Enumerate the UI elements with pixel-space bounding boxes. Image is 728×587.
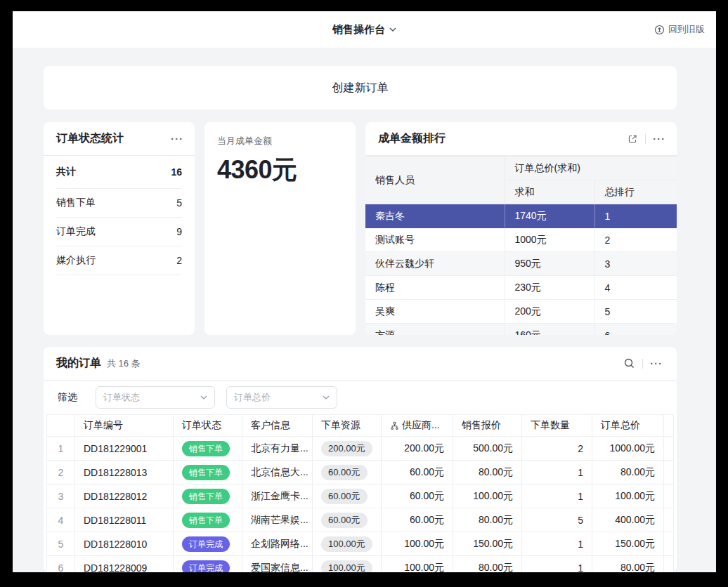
- resource-pill: 100.00元: [321, 560, 372, 573]
- rank-value: 1: [594, 204, 677, 228]
- export-icon[interactable]: [627, 133, 638, 145]
- status-badge: 销售下单: [182, 465, 230, 480]
- order-status-filter-placeholder: 订单状态: [103, 391, 140, 404]
- supplier-price: 100.00元: [382, 532, 453, 556]
- row-number: 2: [47, 461, 75, 484]
- order-id: DD181228010: [75, 532, 174, 556]
- ranking-row[interactable]: 吴爽 200元 5: [365, 300, 677, 324]
- ranking-row[interactable]: 伙伴云魏少轩 950元 3: [365, 252, 677, 276]
- rank-value: 3: [594, 252, 677, 276]
- order-total: 80.00元: [592, 556, 664, 573]
- ranking-row-highlighted[interactable]: 秦吉冬 1740元 1: [365, 204, 677, 228]
- order-row[interactable]: 6 DD181228009 订单完成 爱国家信息... 100.00元 100.…: [47, 556, 674, 573]
- order-total-filter-dropdown[interactable]: 订单总价: [226, 386, 337, 409]
- ranking-table: 销售人员 订单总价(求和) 求和 总排行 秦吉冬 1740元 1: [365, 156, 677, 335]
- salesperson-name: 测试账号: [365, 228, 505, 252]
- status-badge: 销售下单: [182, 489, 230, 504]
- col-filler: [664, 415, 674, 437]
- create-order-button[interactable]: 创建新订单: [44, 66, 677, 110]
- dashboard-cards-row: 订单状态统计 ··· 共计 16 销售下单 5 订单完成 9: [44, 122, 677, 335]
- sum-value: 1000元: [505, 228, 594, 252]
- order-row[interactable]: 3 DD181228012 销售下单 浙江金鹰卡... 60.00元 60.00…: [47, 484, 674, 508]
- sum-value: 1740元: [505, 204, 594, 228]
- resource-pill: 60.00元: [321, 489, 368, 504]
- ranking-row[interactable]: 方源 160元 6: [365, 324, 677, 336]
- col-customer[interactable]: 客户信息: [242, 415, 313, 437]
- sales-quote: 80.00元: [453, 461, 522, 484]
- order-quantity: 2: [522, 437, 592, 461]
- orders-header-row: 订单编号 订单状态 客户信息 下单资源: [47, 415, 674, 437]
- col-order-status[interactable]: 订单状态: [174, 415, 242, 437]
- order-id: DD181229001: [75, 437, 174, 461]
- order-row[interactable]: 5 DD181228010 订单完成 企划路网络... 100.00元 100.…: [47, 532, 674, 556]
- col-quote[interactable]: 销售报价: [453, 415, 522, 437]
- my-orders-header: 我的订单 共 16 条 ···: [44, 347, 677, 381]
- customer-info: 北京有力量...: [242, 437, 313, 461]
- monthly-amount-card: 当月成单金额 4360元: [204, 122, 356, 335]
- order-total: 100.00元: [592, 484, 664, 508]
- order-status-filter-dropdown[interactable]: 订单状态: [96, 386, 215, 409]
- resource-pill: 100.00元: [321, 536, 372, 552]
- more-icon[interactable]: ···: [171, 133, 183, 144]
- sales-quote: 500.00元: [453, 437, 522, 461]
- order-status-card-header: 订单状态统计 ···: [44, 122, 195, 156]
- supplier-price: 60.00元: [382, 461, 453, 484]
- order-row[interactable]: 1 DD181229001 销售下单 北京有力量... 200.00元 200.…: [47, 437, 674, 461]
- order-row[interactable]: 4 DD181228011 销售下单 湖南芒果娱... 60.00元 60.00…: [47, 508, 674, 532]
- order-quantity: 5: [522, 508, 592, 532]
- col-supplier[interactable]: 供应商...: [382, 415, 453, 437]
- customer-info: 爱国家信息...: [242, 556, 313, 573]
- order-total: 80.00元: [592, 461, 664, 484]
- row-number: 6: [47, 556, 75, 573]
- sum-value: 950元: [505, 252, 594, 276]
- supplier-price: 100.00元: [382, 556, 453, 573]
- salesperson-name: 伙伴云魏少轩: [365, 252, 505, 276]
- orders-table: 订单编号 订单状态 客户信息 下单资源: [46, 414, 674, 572]
- more-icon[interactable]: ···: [653, 133, 665, 144]
- back-to-old-version-button[interactable]: 回到旧版: [654, 11, 705, 48]
- monthly-amount-label: 当月成单金额: [217, 135, 343, 147]
- rank-value: 6: [594, 324, 677, 336]
- ranking-row[interactable]: 陈程 230元 4: [365, 276, 677, 300]
- order-status-card-title: 订单状态统计: [56, 131, 124, 146]
- restore-version-icon: [654, 25, 665, 35]
- sum-value: 230元: [505, 276, 594, 300]
- col-order-id[interactable]: 订单编号: [75, 415, 174, 437]
- customer-info: 北京信息大...: [242, 461, 313, 484]
- workspace-switcher[interactable]: 销售操作台: [332, 23, 396, 37]
- ranking-col-sum: 求和: [505, 180, 594, 204]
- col-total[interactable]: 订单总价: [592, 415, 664, 437]
- row-number-header: [47, 415, 75, 437]
- salesperson-name: 陈程: [365, 276, 505, 300]
- filter-label: 筛选: [58, 391, 77, 404]
- search-icon[interactable]: [623, 357, 635, 369]
- order-id: DD181228011: [75, 508, 174, 532]
- resource-pill: 60.00元: [321, 513, 368, 528]
- ranking-card: 成单金额排行 ···: [365, 122, 677, 335]
- status-value: 5: [176, 197, 182, 209]
- col-resource[interactable]: 下单资源: [313, 415, 382, 437]
- status-row: 销售下单 5: [56, 189, 182, 218]
- customer-info: 浙江金鹰卡...: [242, 484, 313, 508]
- ranking-col-total: 订单总价(求和): [505, 157, 677, 180]
- ranking-col-person: 销售人员: [365, 157, 505, 204]
- more-icon[interactable]: ···: [650, 358, 663, 369]
- order-status-card: 订单状态统计 ··· 共计 16 销售下单 5 订单完成 9: [44, 122, 195, 335]
- ranking-row[interactable]: 测试账号 1000元 2: [365, 228, 677, 252]
- divider: [642, 359, 643, 369]
- my-orders-card: 我的订单 共 16 条 ··· 筛选 订单状态: [44, 347, 677, 572]
- salesperson-name: 吴爽: [365, 300, 505, 324]
- order-id: DD181228013: [75, 461, 174, 484]
- order-row[interactable]: 2 DD181228013 销售下单 北京信息大... 60.00元 60.00…: [47, 461, 674, 484]
- col-quantity[interactable]: 下单数量: [522, 415, 592, 437]
- status-row: 媒介执行 2: [56, 246, 182, 275]
- row-number: 5: [47, 532, 75, 556]
- link-hierarchy-icon: [390, 421, 399, 430]
- create-order-label: 创建新订单: [332, 81, 389, 95]
- rank-value: 4: [594, 276, 677, 300]
- order-id: DD181228009: [75, 556, 174, 573]
- status-value: 9: [176, 226, 182, 237]
- order-total: 400.00元: [592, 508, 664, 532]
- sum-value: 200元: [505, 300, 594, 324]
- order-quantity: 1: [522, 556, 592, 573]
